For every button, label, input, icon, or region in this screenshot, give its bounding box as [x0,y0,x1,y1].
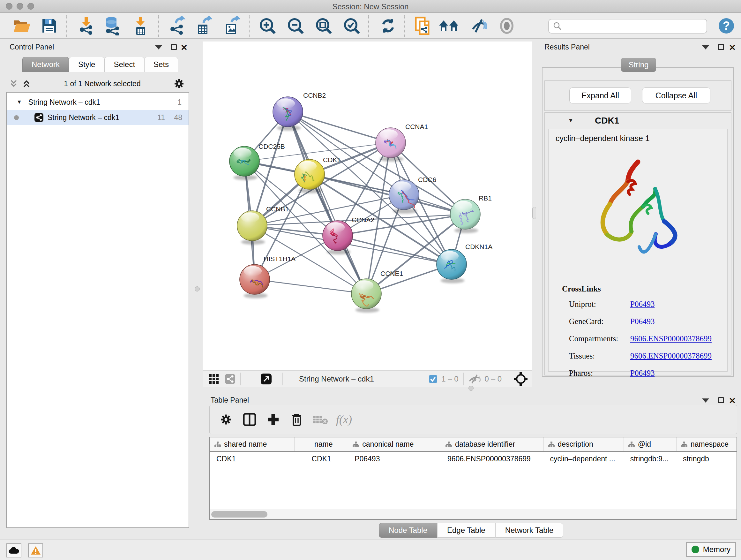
crosslink-pharos-link[interactable]: P06493 [630,369,655,378]
string-network-icon [34,113,44,122]
trash-icon [290,413,303,427]
node-CCNA1[interactable]: CCNA1 [376,123,428,162]
gene-entry-header[interactable]: ▼ CDK1 [545,113,731,128]
show-columns-button[interactable] [238,413,261,427]
column-header[interactable]: description [544,437,624,451]
tab-style[interactable]: Style [69,57,105,72]
node-RB1[interactable]: RB1 [450,194,492,233]
right-splitter-handle[interactable] [532,207,536,219]
export-table-button[interactable] [193,16,213,36]
import-network-button[interactable] [76,16,96,36]
search-input[interactable] [565,20,706,32]
export-network-button[interactable] [166,16,187,36]
delete-column-button[interactable] [285,413,309,427]
help-icon: ? [718,17,735,34]
node-CDKN1A[interactable]: CDKN1A [436,243,492,283]
zoom-selected-icon [343,17,360,35]
table-options-button[interactable] [214,413,238,426]
network-row-selected[interactable]: String Network – cdk1 11 48 [7,110,189,125]
refresh-button[interactable] [378,16,398,36]
delete-table-button[interactable] [309,414,332,425]
table-row[interactable]: CDK1 CDK1 P06493 9606.ENSP00000378699 cy… [210,452,737,466]
collapse-panel-icon[interactable] [702,45,709,50]
column-header[interactable]: shared name [210,437,294,451]
memory-button[interactable]: Memory [686,542,736,557]
zoom-selected-button[interactable] [341,16,362,36]
close-panel-icon[interactable]: ✕ [181,44,188,52]
gene-name: CDK1 [595,116,619,126]
crosslink-compartments-link[interactable]: 9606.ENSP00000378699 [630,334,712,343]
edge-CDK1-RB1[interactable] [310,174,465,214]
network-graph[interactable]: CCNB2CCNA1CDC25BCDK1CDC6RB1CCNB1CCNA2CDK… [203,42,532,370]
close-panel-icon[interactable]: ✕ [729,396,736,405]
column-header[interactable]: canonical name [348,437,441,451]
home-button[interactable] [439,16,459,36]
node-CCNB2[interactable]: CCNB2 [273,91,326,131]
detach-view-icon[interactable] [260,373,272,385]
expanded-triangle-icon[interactable]: ▼ [17,99,22,105]
crosslink-tissues-link[interactable]: 9606.ENSP00000378699 [630,352,712,361]
title-bar: Session: New Session [0,0,741,13]
import-network-from-database-button[interactable] [102,16,123,36]
tab-network[interactable]: Network [22,57,69,72]
collapse-panel-icon[interactable] [155,45,162,50]
warnings-button[interactable] [28,543,43,557]
expand-all-button[interactable]: Expand All [569,87,631,104]
selected-checkbox-icon[interactable] [428,374,437,383]
tab-node-table[interactable]: Node Table [379,523,437,538]
float-panel-icon[interactable] [171,44,177,50]
collapse-panel-icon[interactable] [702,398,709,402]
hidden-eye-icon [468,374,482,384]
toolbar-separator [158,15,159,37]
copy-to-clipboard-button[interactable] [412,16,433,36]
horizontal-scrollbar[interactable] [210,509,737,519]
open-session-button[interactable] [11,16,32,36]
close-panel-icon[interactable]: ✕ [729,44,736,52]
function-builder-button[interactable]: f(x) [332,413,356,426]
crosslink-uniprot-link[interactable]: P06493 [630,300,655,309]
node-CCNB1[interactable]: CCNB1 [237,205,289,245]
bottom-splitter-handle[interactable] [468,386,474,391]
column-header[interactable]: namespace [677,437,737,451]
float-panel-icon[interactable] [718,397,724,403]
column-type-icon [548,442,555,447]
save-session-button[interactable] [39,16,59,36]
zoom-fit-button[interactable] [313,16,334,36]
entry-expanded-triangle-icon[interactable]: ▼ [568,118,574,124]
float-panel-icon[interactable] [718,44,724,50]
cloud-status-button[interactable] [6,543,21,557]
edge-CCNB2-CCNA1[interactable] [288,112,391,143]
column-header[interactable]: database identifier [441,437,543,451]
node-HIST1H1A[interactable]: HIST1H1A [240,255,295,298]
column-header[interactable]: name [294,437,348,451]
collapse-all-button[interactable]: Collapse All [642,87,711,104]
scrollbar-thumb[interactable] [211,511,267,517]
edge-HIST1H1A-CCNE1[interactable] [255,279,366,294]
network-options-gear-icon[interactable] [173,78,185,89]
tab-network-table[interactable]: Network Table [495,523,563,538]
crosslink-genecard-link[interactable]: P06493 [630,317,655,326]
network-share-view-icon[interactable] [224,373,236,385]
expand-all-chevron-icon[interactable] [22,79,31,88]
column-header[interactable]: @id [624,437,677,451]
network-collection-row[interactable]: ▼ String Network – cdk1 1 [7,95,189,110]
show-selected-button[interactable] [496,16,517,36]
zoom-out-button[interactable] [285,16,306,36]
grid-view-icon[interactable] [208,374,219,384]
import-table-button[interactable] [130,16,151,36]
left-splitter-handle[interactable] [195,287,200,292]
hide-selected-button[interactable] [469,16,489,36]
tab-sets[interactable]: Sets [144,57,178,72]
zoom-in-button[interactable] [257,16,278,36]
birdseye-crosshair-icon[interactable] [514,372,528,386]
collapse-all-chevron-icon[interactable] [9,79,18,88]
export-image-button[interactable] [221,16,241,36]
tab-select[interactable]: Select [105,57,144,72]
network-view-canvas[interactable]: CCNB2CCNA1CDC25BCDK1CDC6RB1CCNB1CCNA2CDK… [203,42,532,370]
create-column-button[interactable] [261,413,285,426]
footer-separator [463,373,464,385]
export-table-icon [194,16,212,36]
tab-string[interactable]: String [621,58,656,72]
help-button[interactable]: ? [716,16,737,36]
tab-edge-table[interactable]: Edge Table [437,523,495,538]
